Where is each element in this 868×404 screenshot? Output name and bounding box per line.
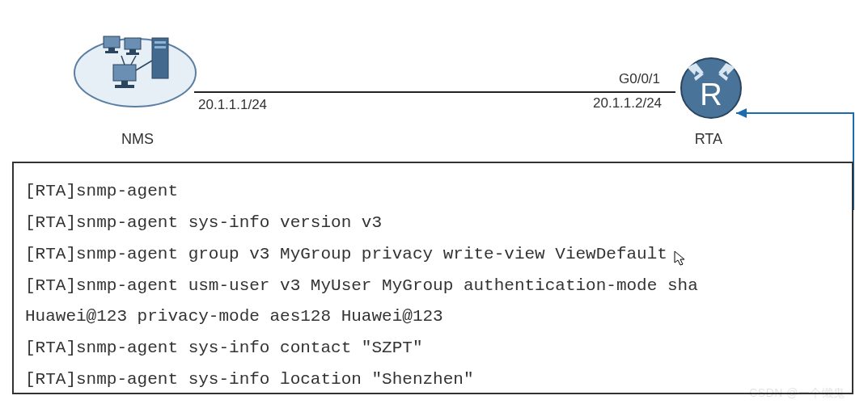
config-line: [RTA]snmp-agent sys-info contact "SZPT" (25, 333, 840, 364)
config-line: [RTA]snmp-agent (25, 176, 840, 208)
svg-rect-4 (104, 36, 120, 48)
right-ip-label: 20.1.1.2/24 (593, 95, 662, 112)
left-ip-label: 20.1.1.1/24 (198, 97, 267, 113)
svg-rect-10 (113, 65, 136, 81)
network-diagram: NMS 20.1.1.1/24 G0/0/1 20.1.1.2/24 R RTA (0, 0, 868, 170)
watermark-text: CSDN @一个懒鬼 (749, 386, 845, 401)
router-label: RTA (695, 131, 722, 148)
svg-rect-9 (126, 53, 139, 55)
right-interface-label: G0/0/1 (619, 71, 660, 87)
config-code-box: [RTA]snmp-agent [RTA]snmp-agent sys-info… (12, 162, 853, 394)
svg-rect-5 (108, 48, 115, 51)
svg-rect-1 (152, 38, 168, 78)
router-icon: R (680, 57, 743, 120)
link-line (194, 91, 675, 93)
router-letter: R (700, 78, 722, 112)
svg-rect-12 (115, 85, 134, 88)
config-line: Huawei@123 privacy-mode aes128 Huawei@12… (25, 301, 840, 333)
config-line: [RTA]snmp-agent group v3 MyGroup privacy… (25, 239, 840, 271)
svg-rect-7 (125, 38, 141, 49)
svg-rect-6 (105, 51, 118, 53)
nms-cloud-icon (73, 28, 194, 105)
svg-rect-3 (155, 46, 166, 48)
router-device: R (680, 57, 743, 123)
config-line: [RTA]snmp-agent sys-info location "Shenz… (25, 364, 840, 394)
config-line: [RTA]snmp-agent usm-user v3 MyUser MyGro… (25, 271, 840, 302)
config-line: [RTA]snmp-agent sys-info version v3 (25, 208, 840, 239)
svg-rect-2 (155, 41, 166, 44)
svg-rect-8 (129, 49, 136, 53)
nms-label: NMS (121, 131, 154, 148)
nms-device (73, 28, 194, 105)
svg-rect-11 (121, 81, 128, 85)
